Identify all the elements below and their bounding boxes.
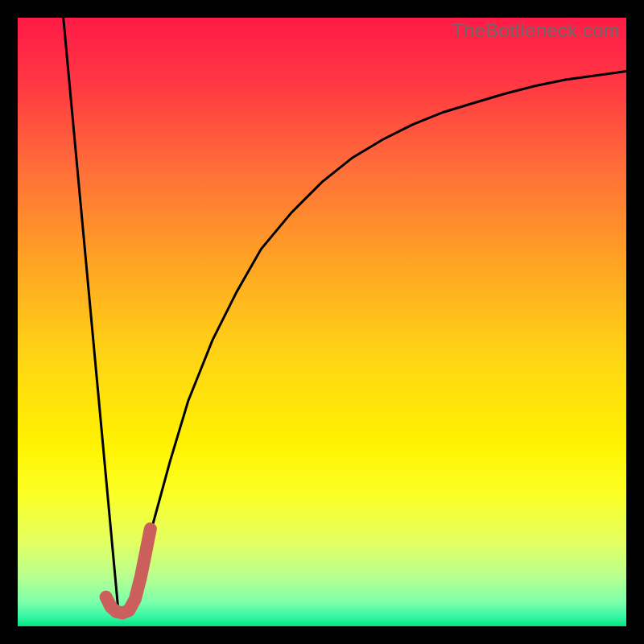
left-line	[64, 18, 118, 608]
plot-area: TheBottleneck.com	[18, 18, 626, 626]
curves-layer	[18, 18, 626, 626]
right-curve	[134, 72, 626, 590]
chart-frame: TheBottleneck.com	[0, 0, 644, 644]
